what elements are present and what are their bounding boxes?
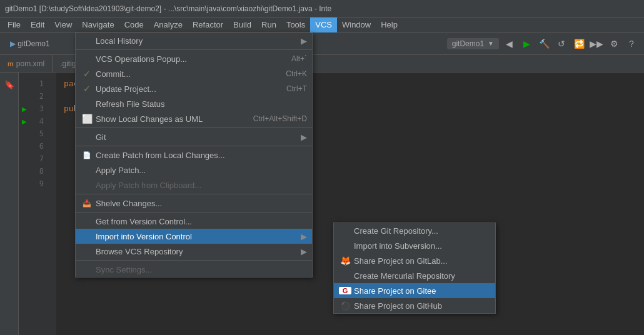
linenum-3: 3	[30, 102, 49, 115]
shelve-icon: 📥	[81, 199, 93, 208]
separator-2	[76, 128, 312, 128]
title-bar: gitDemo1 [D:\studySoft\Idea201903\git-de…	[0, 0, 644, 18]
line-3-gutter: ▶ 3	[19, 102, 56, 115]
linenum-2: 2	[30, 90, 49, 102]
sync-label: Sync Settings...	[96, 265, 152, 274]
submenu-import-subversion[interactable]: Import into Subversion...	[334, 238, 495, 253]
line-2-gutter: 2	[19, 90, 56, 102]
show-changes-shortcut: Ctrl+Alt+Shift+D	[228, 114, 307, 123]
submenu-share-github[interactable]: ⚫ Share Project on GitHub	[334, 298, 495, 313]
vcs-menu-import-vcs[interactable]: Import into Version Control ▶	[76, 229, 312, 244]
vcs-menu-show-local-changes[interactable]: ⬜ Show Local Changes as UML Ctrl+Alt+Shi…	[76, 111, 312, 126]
run-config-label: gitDemo1	[452, 39, 484, 48]
line-6-gutter: 6	[19, 140, 56, 152]
menu-navigate[interactable]: Navigate	[77, 18, 119, 32]
menu-tools[interactable]: Tools	[281, 18, 310, 32]
gitlab-icon: 🦊	[339, 256, 351, 266]
line-number-panel: 1 2 ▶ 3 ▶ 4	[19, 72, 56, 335]
gitee-icon: G	[339, 287, 351, 294]
operations-label: VCS Operations Popup...	[96, 54, 187, 64]
separator-5	[76, 212, 312, 212]
linenum-9: 9	[30, 178, 49, 190]
linenum-7: 7	[30, 152, 49, 165]
menu-analyze[interactable]: Analyze	[149, 18, 188, 32]
help-button[interactable]: ?	[624, 36, 639, 51]
menu-view[interactable]: View	[49, 18, 77, 32]
submenu-share-gitlab[interactable]: 🦊 Share Project on GitLab...	[334, 253, 495, 268]
linenum-5: 5	[30, 128, 49, 140]
menu-code[interactable]: Code	[119, 18, 149, 32]
submenu-create-git-repo[interactable]: Create Git Repository...	[334, 223, 495, 238]
vcs-menu-sync-settings: Sync Settings...	[76, 262, 312, 277]
vcs-menu-git[interactable]: Git ▶	[76, 129, 312, 144]
tab-pom[interactable]: m pom.xml	[0, 55, 53, 72]
linenum-6: 6	[30, 140, 49, 152]
vcs-dropdown-menu: Local History ▶ VCS Operations Popup... …	[75, 32, 313, 278]
content-wrapper: 🔖 1 2 ▶ 3 ▶	[0, 72, 644, 335]
menu-window[interactable]: Window	[337, 18, 376, 32]
submenu-create-mercurial[interactable]: Create Mercurial Repository	[334, 268, 495, 283]
browse-vcs-arrow: ▶	[288, 247, 307, 256]
show-changes-label: Show Local Changes as UML	[96, 114, 203, 124]
update-icon: ✓	[81, 84, 93, 94]
menu-edit[interactable]: Edit	[26, 18, 49, 32]
vcs-menu-apply-patch[interactable]: Apply Patch...	[76, 162, 312, 178]
refresh-label: Refresh File Status	[96, 99, 165, 109]
gutter-7	[19, 152, 30, 165]
vcs-menu-apply-patch-clipboard: Apply Patch from Clipboard...	[76, 178, 312, 192]
separator-4	[76, 194, 312, 194]
menu-vcs[interactable]: VCS	[310, 18, 337, 32]
patch-icon: 📄	[81, 151, 93, 159]
left-gutter: 🔖	[0, 72, 19, 335]
menu-help[interactable]: Help	[376, 18, 403, 32]
chevron-down-icon: ▼	[488, 40, 494, 47]
vcs-menu-refresh-file-status[interactable]: Refresh File Status	[76, 96, 312, 111]
menu-file[interactable]: File	[3, 18, 26, 32]
vcs-menu-operations-popup[interactable]: VCS Operations Popup... Alt+`	[76, 51, 312, 66]
update-shortcut: Ctrl+T	[261, 84, 307, 93]
submenu-share-gitee[interactable]: G Share Project on Gitee	[334, 283, 495, 298]
linenum-8: 8	[30, 165, 49, 178]
menu-refactor[interactable]: Refactor	[188, 18, 228, 32]
settings-button[interactable]: ⚙	[606, 36, 621, 51]
line-1-gutter: 1	[19, 78, 56, 90]
run-config-selector[interactable]: gitDemo1 ▼	[447, 38, 499, 49]
menu-run[interactable]: Run	[256, 18, 281, 32]
import-submenu: Create Git Repository... Import into Sub…	[333, 222, 496, 314]
linenum-4: 4	[30, 115, 49, 128]
profile-button[interactable]: ▶▶	[589, 36, 604, 51]
get-vcs-label: Get from Version Control...	[96, 217, 192, 226]
separator-1	[76, 49, 312, 50]
create-patch-label: Create Patch from Local Changes...	[96, 151, 225, 160]
gutter-4: ▶	[19, 115, 30, 128]
run-arrow-4: ▶	[22, 118, 27, 125]
vcs-menu-create-patch[interactable]: 📄 Create Patch from Local Changes...	[76, 148, 312, 162]
commit-label: Commit...	[96, 69, 131, 79]
commit-icon: ✓	[81, 69, 93, 79]
coverage-button[interactable]: 🔁	[571, 36, 586, 51]
import-subversion-label: Import into Subversion...	[354, 241, 442, 251]
arrow-icon: ▶	[288, 36, 307, 46]
vcs-menu-browse-vcs[interactable]: Browse VCS Repository ▶	[76, 244, 312, 259]
create-git-label: Create Git Repository...	[354, 226, 438, 236]
build-button[interactable]: 🔨	[536, 36, 551, 51]
share-github-label: Share Project on GitHub	[354, 301, 442, 311]
bookmark-icon[interactable]: 🔖	[3, 78, 16, 91]
run-button[interactable]: ▶	[519, 36, 534, 51]
gutter-5	[19, 128, 30, 140]
menu-build[interactable]: Build	[228, 18, 256, 32]
debug-build-button[interactable]: ↺	[554, 36, 569, 51]
vcs-menu-shelve-changes[interactable]: 📥 Shelve Changes...	[76, 196, 312, 211]
vcs-menu-local-history[interactable]: Local History ▶	[76, 33, 312, 48]
vcs-menu-commit[interactable]: ✓ Commit... Ctrl+K	[76, 66, 312, 81]
git-label: Git	[96, 132, 106, 142]
github-icon: ⚫	[339, 301, 351, 311]
gutter-9	[19, 178, 30, 190]
menu-bar: File Edit View Navigate Code Analyze Ref…	[0, 18, 644, 32]
back-button[interactable]: ◀	[501, 36, 516, 51]
share-gitee-label: Share Project on Gitee	[354, 286, 436, 296]
vcs-menu-update-project[interactable]: ✓ Update Project... Ctrl+T	[76, 81, 312, 96]
vcs-menu-get-from-vcs[interactable]: Get from Version Control...	[76, 214, 312, 229]
create-mercurial-label: Create Mercurial Repository	[354, 271, 455, 281]
git-arrow-icon: ▶	[288, 132, 307, 142]
